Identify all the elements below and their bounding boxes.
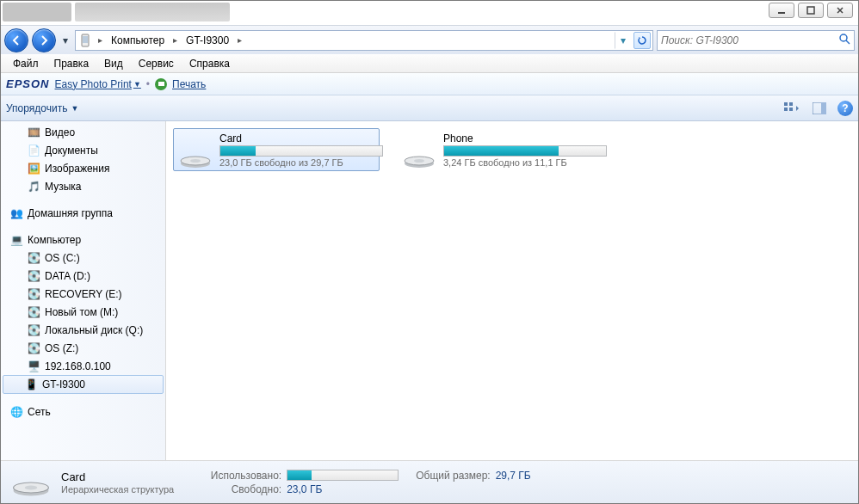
storage-phone[interactable]: Phone 3,24 ГБ свободно из 11,1 ГБ <box>397 128 603 171</box>
change-view-button[interactable] <box>782 99 801 118</box>
nav-drive-c[interactable]: 💽OS (C:) <box>1 249 165 267</box>
menu-bar: Файл Правка Вид Сервис Справка <box>1 54 858 73</box>
minimize-button[interactable] <box>769 3 794 18</box>
svg-line-5 <box>846 40 850 44</box>
content-area[interactable]: Card 23,0 ГБ свободно из 29,7 ГБ Phone 3… <box>166 121 858 460</box>
organize-button[interactable]: Упорядочить ▼ <box>6 102 78 114</box>
usage-bar <box>219 145 383 157</box>
nav-drive-z[interactable]: 💽OS (Z:) <box>1 339 165 357</box>
music-icon: 🎵 <box>27 180 40 194</box>
nav-drive-m[interactable]: 💽Новый том (M:) <box>1 303 165 321</box>
storage-name: Card <box>219 132 383 144</box>
network-drive-icon: 🖥️ <box>27 360 40 373</box>
details-used-bar <box>287 470 399 481</box>
nav-gt-i9300[interactable]: 📱GT-I9300 <box>3 375 164 394</box>
recent-pages-dropdown[interactable]: ▾ <box>59 28 71 52</box>
command-bar: Упорядочить ▼ ? <box>1 95 858 121</box>
homegroup-icon: 👥 <box>9 206 23 220</box>
details-total-value: 29,7 ГБ <box>496 470 531 482</box>
nav-drive-d[interactable]: 💽DATA (D:) <box>1 267 165 285</box>
nav-network[interactable]: 🌐Сеть <box>1 403 165 421</box>
phone-icon: 📱 <box>24 378 38 391</box>
nav-video[interactable]: 🎞️Видео <box>1 123 165 141</box>
search-icon[interactable] <box>838 33 850 47</box>
address-dropdown[interactable]: ▾ <box>615 32 632 49</box>
details-pane: Card Иерархическая структура Использован… <box>1 460 858 503</box>
svg-rect-1 <box>807 7 814 14</box>
nav-computer[interactable]: 💻Компьютер <box>1 230 165 249</box>
network-icon: 🌐 <box>9 405 23 419</box>
print-icon <box>155 78 167 90</box>
epson-logo: EPSON <box>6 77 50 90</box>
drive-icon: 💽 <box>27 341 40 355</box>
nav-network-loc[interactable]: 🖥️192.168.0.100 <box>1 357 165 375</box>
storage-free-text: 23,0 ГБ свободно из 29,7 ГБ <box>219 157 383 168</box>
details-total-label: Общий размер: <box>416 470 490 482</box>
help-button[interactable]: ? <box>837 101 853 116</box>
svg-rect-0 <box>778 12 785 14</box>
usage-bar <box>443 145 607 157</box>
address-bar[interactable]: ▸ Компьютер ▸ GT-I9300 ▸ ▾ <box>75 30 653 51</box>
breadcrumb-computer[interactable]: Компьютер <box>106 31 170 50</box>
forward-button[interactable] <box>32 28 56 52</box>
chevron-right-icon[interactable]: ▸ <box>234 35 245 45</box>
menu-help[interactable]: Справка <box>182 56 237 71</box>
svg-point-4 <box>840 34 847 41</box>
drive-icon: 💽 <box>27 251 40 265</box>
titlebar <box>1 1 858 25</box>
pictures-icon: 🖼️ <box>27 162 40 175</box>
search-box[interactable] <box>657 30 855 51</box>
drive-icon <box>400 132 438 169</box>
close-button[interactable] <box>827 3 853 18</box>
details-title: Card <box>61 470 174 483</box>
details-free-label: Свободно: <box>200 483 281 495</box>
background-tab <box>3 3 71 22</box>
drive-icon: 💽 <box>27 323 40 337</box>
refresh-button[interactable] <box>633 32 651 49</box>
breadcrumb-device[interactable]: GT-I9300 <box>181 31 234 50</box>
svg-rect-9 <box>789 108 793 111</box>
navigation-bar: ▾ ▸ Компьютер ▸ GT-I9300 ▸ ▾ <box>1 25 858 54</box>
menu-file[interactable]: Файл <box>6 56 46 71</box>
storage-free-text: 3,24 ГБ свободно из 11,1 ГБ <box>443 157 607 168</box>
nav-documents[interactable]: 📄Документы <box>1 141 165 159</box>
epson-toolbar: EPSON Easy Photo Print ▼ • Печать <box>1 73 858 95</box>
navigation-pane[interactable]: 🎞️Видео 📄Документы 🖼️Изображения 🎵Музыка… <box>1 121 166 460</box>
drive-icon <box>176 132 214 169</box>
nav-pictures[interactable]: 🖼️Изображения <box>1 159 165 177</box>
menu-service[interactable]: Сервис <box>132 56 181 71</box>
svg-point-14 <box>190 159 201 163</box>
search-input[interactable] <box>661 34 838 46</box>
svg-point-17 <box>414 159 424 163</box>
drive-icon: 💽 <box>27 287 40 301</box>
storage-card[interactable]: Card 23,0 ГБ свободно из 29,7 ГБ <box>173 128 380 171</box>
back-button[interactable] <box>4 28 28 52</box>
nav-homegroup[interactable]: 👥Домашняя группа <box>1 204 165 222</box>
video-icon: 🎞️ <box>27 126 40 139</box>
preview-pane-button[interactable] <box>810 99 829 118</box>
nav-music[interactable]: 🎵Музыка <box>1 177 165 195</box>
drive-icon <box>9 464 53 501</box>
chevron-right-icon[interactable]: ▸ <box>95 35 106 45</box>
menu-view[interactable]: Вид <box>97 56 130 71</box>
device-icon <box>76 34 95 47</box>
storage-name: Phone <box>443 132 607 144</box>
svg-rect-8 <box>784 108 788 111</box>
details-used-label: Использовано: <box>200 470 281 482</box>
details-subtitle: Иерархическая структура <box>61 484 174 495</box>
svg-rect-3 <box>83 36 88 43</box>
chevron-right-icon[interactable]: ▸ <box>170 35 181 45</box>
background-tab <box>75 3 230 22</box>
nav-drive-e[interactable]: 💽RECOVERY (E:) <box>1 285 165 303</box>
document-icon: 📄 <box>27 144 40 157</box>
menu-edit[interactable]: Правка <box>47 56 96 71</box>
svg-point-20 <box>25 485 37 489</box>
svg-rect-7 <box>789 102 793 106</box>
explorer-window: ▾ ▸ Компьютер ▸ GT-I9300 ▸ ▾ Файл Правка… <box>0 0 859 504</box>
details-free-value: 23,0 ГБ <box>287 483 322 495</box>
epson-easy-photo-print[interactable]: Easy Photo Print ▼ <box>55 78 141 90</box>
nav-drive-q[interactable]: 💽Локальный диск (Q:) <box>1 321 165 339</box>
epson-print[interactable]: Печать <box>172 78 206 90</box>
maximize-button[interactable] <box>798 3 824 18</box>
drive-icon: 💽 <box>27 305 40 319</box>
